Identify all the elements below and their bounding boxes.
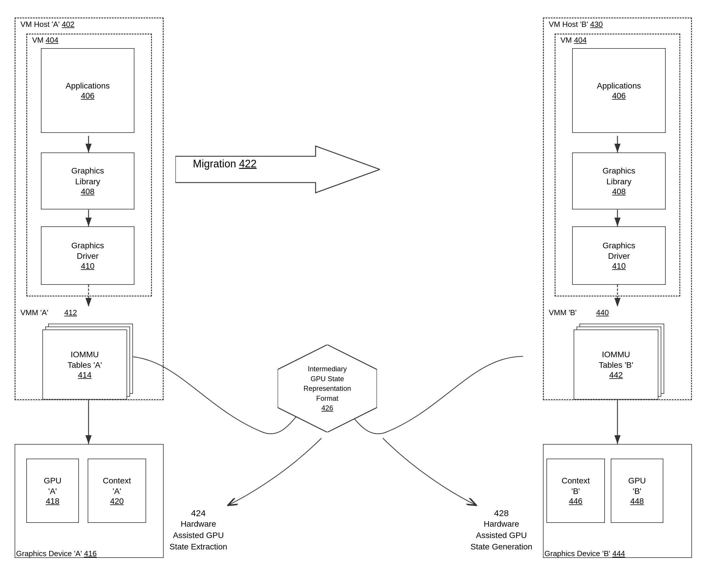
vmm-b-ref: 440: [596, 308, 609, 317]
graphics-driver-a-box: GraphicsDriver 410: [41, 226, 134, 285]
graphics-device-a-label: Graphics Device 'A' 416: [16, 549, 97, 558]
vmm-a-ref: 412: [64, 308, 77, 317]
context-a-box: Context'A' 420: [88, 459, 146, 523]
diagram-container: VM Host 'A' 402 VM 404 Applications 406 …: [0, 0, 706, 588]
applications-b-box: Applications 406: [572, 48, 666, 133]
generation-label: 428 HardwareAssisted GPUState Generation: [470, 508, 533, 553]
migration-label: Migration: [193, 158, 236, 170]
migration-ref: 422: [239, 158, 257, 170]
applications-a-box: Applications 406: [41, 48, 134, 133]
graphics-device-b-label: Graphics Device 'B' 444: [544, 549, 625, 558]
intermediary-hexagon: IntermediaryGPU StateRepresentationForma…: [278, 345, 377, 432]
iommu-a-box: IOMMUTables 'A' 414: [42, 330, 127, 400]
graphics-driver-b-box: GraphicsDriver 410: [572, 226, 666, 285]
migration-arrow: Migration 422: [175, 140, 380, 199]
context-b-box: Context'B' 446: [546, 459, 605, 523]
vm-b-label: VM 404: [560, 36, 587, 45]
graphics-library-b-box: GraphicsLibrary 408: [572, 153, 666, 209]
vmhost-b-label: VM Host 'B' 430: [549, 20, 603, 29]
gpu-b-box: GPU'B' 448: [611, 459, 663, 523]
vmm-a-label: VMM 'A': [21, 308, 48, 317]
iommu-b-box: IOMMUTables 'B' 442: [574, 330, 658, 400]
vm-a-label: VM 404: [32, 36, 58, 45]
intermediary-label: IntermediaryGPU StateRepresentationForma…: [304, 364, 351, 403]
graphics-library-a-box: GraphicsLibrary 408: [41, 153, 134, 209]
gpu-a-box: GPU'A' 418: [26, 459, 79, 523]
vmm-b-label: VMM 'B': [549, 308, 577, 317]
extraction-label: 424 HardwareAssisted GPUState Extraction: [169, 508, 227, 553]
vmhost-a-label: VM Host 'A' 402: [21, 20, 75, 29]
intermediary-ref: 426: [321, 403, 333, 413]
